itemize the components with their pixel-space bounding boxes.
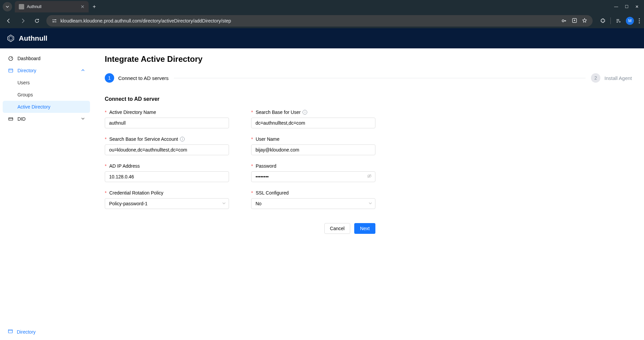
step-label: Connect to AD servers: [118, 75, 169, 81]
directory-icon: [8, 329, 13, 335]
step-number: 2: [591, 73, 600, 83]
chevron-down-icon: [81, 117, 85, 121]
install-pwa-icon[interactable]: [572, 18, 577, 23]
sidebar: Dashboard Directory Users Groups Active …: [0, 48, 93, 340]
input-search-base-sa[interactable]: [105, 144, 229, 155]
sidebar-item-directory[interactable]: Directory: [0, 65, 93, 77]
toggle-password-visibility[interactable]: [367, 173, 372, 180]
url-text: kloudlearn.kloudone.prod.authnull.com/di…: [60, 18, 558, 24]
svg-rect-13: [9, 118, 13, 120]
new-tab-button[interactable]: +: [93, 4, 96, 10]
tab-search-button[interactable]: [3, 2, 12, 11]
chevron-down-icon: [6, 5, 9, 8]
label-password: *Password: [251, 163, 375, 169]
step-label: Install Agent: [604, 75, 632, 81]
svg-marker-9: [8, 35, 14, 42]
address-bar[interactable]: kloudlearn.kloudone.prod.authnull.com/di…: [46, 15, 593, 27]
label-rotation-policy: *Credential Rotation Policy: [105, 190, 229, 196]
close-window-button[interactable]: ✕: [635, 4, 639, 9]
info-icon[interactable]: i: [180, 137, 185, 141]
favicon: [19, 4, 24, 9]
steps: 1 Connect to AD servers 2 Install Agent: [105, 73, 632, 83]
svg-point-2: [55, 22, 56, 23]
input-password[interactable]: [251, 171, 375, 182]
password-key-icon[interactable]: [561, 18, 567, 24]
maximize-button[interactable]: ☐: [625, 4, 629, 9]
svg-point-6: [639, 18, 640, 19]
app-header: Authnull: [0, 28, 644, 48]
back-button[interactable]: [4, 16, 13, 26]
separator: [610, 17, 611, 24]
svg-marker-10: [9, 36, 12, 40]
svg-rect-1: [54, 19, 56, 20]
cancel-button[interactable]: Cancel: [324, 223, 351, 234]
app-name: Authnull: [19, 34, 47, 42]
sidebar-subitem-active-directory[interactable]: Active Directory: [3, 101, 90, 113]
dashboard-icon: [8, 56, 13, 61]
sidebar-item-did[interactable]: DID: [0, 113, 93, 125]
chevron-up-icon: [81, 68, 85, 73]
svg-rect-12: [9, 69, 13, 72]
section-title: Connect to AD server: [105, 96, 632, 102]
input-user-name[interactable]: [251, 144, 375, 155]
label-search-base-user: *Search Base for User i: [251, 110, 375, 115]
next-button[interactable]: Next: [354, 223, 375, 234]
svg-point-4: [562, 20, 564, 22]
svg-point-8: [639, 23, 640, 24]
select-ssl[interactable]: [251, 198, 375, 209]
sidebar-item-label: DID: [17, 116, 26, 122]
forward-button[interactable]: [18, 16, 28, 26]
svg-rect-14: [8, 330, 12, 333]
label-search-base-sa: *Search Base for Service Account i: [105, 136, 229, 142]
sidebar-footer-directory[interactable]: Directory: [8, 329, 85, 335]
sidebar-item-dashboard[interactable]: Dashboard: [0, 52, 93, 65]
reading-list-icon[interactable]: [615, 18, 621, 24]
input-search-base-user[interactable]: [251, 118, 375, 128]
tab-title: Authnull: [27, 4, 78, 9]
label-ad-ip: *AD IP Address: [105, 163, 229, 169]
info-icon[interactable]: i: [303, 110, 307, 115]
input-ad-name[interactable]: [105, 118, 229, 128]
reload-button[interactable]: [32, 16, 42, 26]
menu-dots-icon[interactable]: [639, 18, 640, 24]
label-ad-name: *Active Directory Name: [105, 110, 229, 115]
svg-point-7: [639, 20, 640, 22]
profile-avatar[interactable]: M: [626, 17, 634, 25]
input-ad-ip[interactable]: [105, 171, 229, 182]
extensions-icon[interactable]: [600, 18, 606, 24]
sidebar-subitem-users[interactable]: Users: [0, 77, 93, 89]
step-1[interactable]: 1 Connect to AD servers: [105, 73, 169, 83]
sidebar-subitem-groups[interactable]: Groups: [0, 89, 93, 101]
minimize-button[interactable]: —: [614, 4, 618, 9]
sidebar-item-label: Directory: [17, 68, 36, 73]
app-logo-icon: [7, 34, 15, 42]
sidebar-item-label: Dashboard: [17, 56, 41, 61]
svg-rect-3: [52, 22, 55, 22]
eye-off-icon: [367, 173, 372, 179]
browser-tab[interactable]: Authnull ✕: [15, 1, 89, 12]
step-number: 1: [105, 73, 114, 83]
select-rotation-policy[interactable]: [105, 198, 229, 209]
reload-icon: [34, 18, 40, 24]
card-icon: [8, 116, 13, 122]
svg-point-0: [53, 19, 54, 20]
close-tab-button[interactable]: ✕: [81, 4, 85, 9]
step-2[interactable]: 2 Install Agent: [591, 73, 632, 83]
label-user-name: *User Name: [251, 136, 375, 142]
site-settings-icon[interactable]: [52, 18, 57, 24]
directory-icon: [8, 68, 13, 73]
arrow-right-icon: [20, 18, 26, 24]
arrow-left-icon: [6, 18, 11, 24]
step-connector: [174, 78, 586, 78]
bookmark-star-icon[interactable]: [582, 18, 587, 23]
label-ssl: *SSL Configured: [251, 190, 375, 196]
page-title: Integrate Active Directory: [105, 54, 632, 64]
